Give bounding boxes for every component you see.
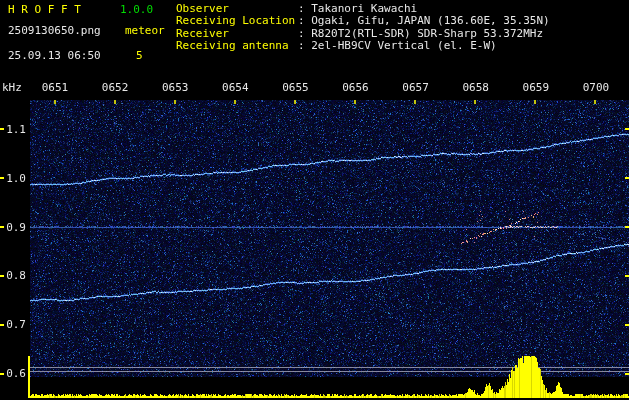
station-info-block: Observer: Takanori KawachiReceiving Loca… [176, 3, 550, 53]
time-tick-label: 0657 [401, 82, 431, 94]
freq-tick-label: 1.0 [2, 173, 26, 185]
time-tick-label: 0700 [581, 82, 611, 94]
y-axis-unit-label: kHz [2, 82, 22, 94]
time-tick-label: 0653 [160, 82, 190, 94]
info-label: Receiving antenna [176, 40, 298, 52]
freq-tick-label: 1.1 [2, 124, 26, 136]
info-value: : R820T2(RTL-SDR) SDR-Sharp 53.372MHz [298, 27, 543, 40]
output-filename: 2509130650.png [8, 25, 101, 37]
info-label: Receiving Location [176, 15, 298, 27]
timestamp: 25.09.13 06:50 [8, 50, 101, 62]
time-tick-label: 0652 [100, 82, 130, 94]
info-value: : Takanori Kawachi [298, 2, 417, 15]
time-tick-label: 0655 [280, 82, 310, 94]
freq-tick-label: 0.9 [2, 222, 26, 234]
app-version: 1.0.0 [120, 4, 153, 16]
freq-tick-label: 0.6 [2, 368, 26, 380]
time-tick-label: 0651 [40, 82, 70, 94]
hrofft-app-window: H R O F F T 1.0.0 2509130650.png meteor … [0, 0, 629, 400]
count-value: 5 [136, 50, 143, 62]
station-info-row: Receiving antenna: 2el-HB9CV Vertical (e… [176, 40, 550, 52]
info-value: : 2el-HB9CV Vertical (el. E-W) [298, 39, 497, 52]
info-value: : Ogaki, Gifu, JAPAN (136.60E, 35.35N) [298, 14, 550, 27]
app-title: H R O F F T [8, 4, 81, 16]
time-tick-label: 0658 [461, 82, 491, 94]
freq-tick-label: 0.7 [2, 319, 26, 331]
time-tick-label: 0659 [521, 82, 551, 94]
time-tick-label: 0656 [341, 82, 371, 94]
freq-tick-label: 0.8 [2, 270, 26, 282]
mode-label: meteor [125, 25, 165, 37]
time-tick-label: 0654 [220, 82, 250, 94]
